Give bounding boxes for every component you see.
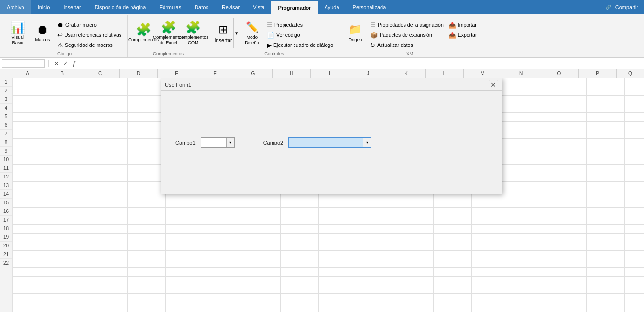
row-header-17[interactable]: 17 <box>0 216 12 224</box>
campo2-combobox[interactable]: ▾ <box>288 137 371 148</box>
insertar-split-button[interactable]: ⊞ Insertar ▾ <box>213 18 239 48</box>
tab-personalizada[interactable]: Personalizada <box>346 0 393 14</box>
modal-body: Campo1: ▾ Campo2: ▾ <box>161 91 502 194</box>
col-header-k[interactable]: K <box>387 69 426 78</box>
tab-programador[interactable]: Programador <box>271 0 317 14</box>
row-header-4[interactable]: 4 <box>0 104 12 112</box>
actualizar-datos-label: Actualizar datos <box>377 42 413 48</box>
name-box[interactable] <box>2 59 45 68</box>
col-header-e[interactable]: E <box>158 69 196 78</box>
col-header-h[interactable]: H <box>273 69 311 78</box>
col-header-i[interactable]: I <box>311 69 349 78</box>
macros-button[interactable]: ⏺ Macros <box>31 18 55 48</box>
xml-group-label: XML <box>406 51 416 56</box>
complementos-com-button[interactable]: 🧩 ComplementosCOM <box>181 18 205 48</box>
campo2-input[interactable] <box>289 138 363 147</box>
grabar-macro-button[interactable]: ⏺ Grabar macro <box>55 20 123 30</box>
row-header-20[interactable]: 20 <box>0 242 12 250</box>
importar-button[interactable]: 📥 Importar <box>447 20 479 30</box>
row-header-13[interactable]: 13 <box>0 181 12 190</box>
complementos-button[interactable]: 🧩 Complementos <box>131 18 155 48</box>
col-header-l[interactable]: L <box>426 69 464 78</box>
visual-basic-button[interactable]: 📊 VisualBasic <box>6 18 30 48</box>
row-header-10[interactable]: 10 <box>0 156 12 164</box>
tab-formulas[interactable]: Fórmulas <box>153 0 188 14</box>
row-header-7[interactable]: 7 <box>0 130 12 138</box>
tab-datos[interactable]: Datos <box>188 0 215 14</box>
actualizar-datos-icon: ↻ <box>370 42 375 49</box>
col-header-d[interactable]: D <box>120 69 158 78</box>
row-header-8[interactable]: 8 <box>0 138 12 147</box>
origen-button[interactable]: 📁 Origen <box>343 18 367 48</box>
campo1-combobox[interactable]: ▾ <box>201 137 235 148</box>
col-header-n[interactable]: N <box>502 69 540 78</box>
row-header-3[interactable]: 3 <box>0 95 12 104</box>
ejecutar-cuadro-button[interactable]: ▶ Ejecutar cuadro de diálogo <box>265 40 335 50</box>
campo2-arrow[interactable]: ▾ <box>363 138 371 147</box>
col-header-o[interactable]: O <box>540 69 579 78</box>
seguridad-macros-button[interactable]: ⚠ Seguridad de macros <box>55 40 123 50</box>
insert-function-icon[interactable]: ƒ <box>71 59 77 67</box>
row-header-11[interactable]: 11 <box>0 164 12 173</box>
row-header-12[interactable]: 12 <box>0 173 12 181</box>
campo1-arrow[interactable]: ▾ <box>226 138 234 147</box>
col-header-f[interactable]: F <box>196 69 234 78</box>
ver-codigo-icon: 📄 <box>267 32 274 39</box>
exportar-label: Exportar <box>458 32 477 38</box>
formula-input[interactable] <box>79 59 642 68</box>
row-header-1[interactable]: 1 <box>0 78 12 87</box>
tab-ayuda[interactable]: Ayuda <box>318 0 346 14</box>
usar-referencias-button[interactable]: ↩ Usar referencias relativas <box>55 30 123 40</box>
col-header-b[interactable]: B <box>43 69 81 78</box>
formula-divider: | <box>47 59 51 68</box>
row-header-14[interactable]: 14 <box>0 190 12 199</box>
campo1-input[interactable] <box>201 138 226 147</box>
ribbon-group-xml: 📁 Origen ☰ Propiedades de la asignación … <box>339 15 482 57</box>
tab-inicio[interactable]: Inicio <box>31 0 57 14</box>
propiedades-asignacion-button[interactable]: ☰ Propiedades de la asignación <box>368 20 446 30</box>
cancel-formula-icon[interactable]: ✕ <box>53 59 61 67</box>
ver-codigo-button[interactable]: 📄 Ver código <box>265 30 335 40</box>
row-header-18[interactable]: 18 <box>0 224 12 233</box>
tab-revisar[interactable]: Revisar <box>215 0 246 14</box>
col-header-g[interactable]: G <box>234 69 273 78</box>
macros-label: Macros <box>35 37 50 42</box>
paquetes-expansion-button[interactable]: 📦 Paquetes de expansión <box>368 30 446 40</box>
propiedades-asignacion-icon: ☰ <box>370 22 376 29</box>
modo-diseno-button[interactable]: ✏️ ModoDiseño <box>240 18 264 48</box>
col-header-q[interactable]: Q <box>617 69 644 78</box>
exportar-button[interactable]: 📤 Exportar <box>447 30 479 40</box>
row-headers: 1 2 3 4 5 6 7 8 9 10 11 12 13 14 15 16 1… <box>0 78 12 312</box>
row-header-6[interactable]: 6 <box>0 121 12 130</box>
ejecutar-cuadro-icon: ▶ <box>267 42 272 49</box>
tab-insertar[interactable]: Insertar <box>56 0 87 14</box>
modal-close-button[interactable]: ✕ <box>489 80 498 89</box>
row-header-16[interactable]: 16 <box>0 207 12 216</box>
col-header-c[interactable]: C <box>81 69 120 78</box>
col-header-m[interactable]: M <box>464 69 502 78</box>
row-header-21[interactable]: 21 <box>0 250 12 259</box>
tab-archivo[interactable]: Archivo <box>0 0 31 14</box>
row-header-22[interactable]: 22 <box>0 259 12 267</box>
insertar-main[interactable]: ⊞ Insertar <box>213 18 233 48</box>
share-button[interactable]: Compartir <box>615 4 638 10</box>
row-header-5[interactable]: 5 <box>0 112 12 121</box>
tab-vista[interactable]: Vista <box>246 0 271 14</box>
propiedades-button[interactable]: ☰ Propiedades <box>265 20 335 30</box>
row-header-9[interactable]: 9 <box>0 147 12 156</box>
col-header-j[interactable]: J <box>349 69 387 78</box>
ribbon-group-controles: ⊞ Insertar ▾ ✏️ ModoDiseño ☰ Propiedades… <box>209 15 339 57</box>
modal-overlay: UserForm1 ✕ Campo1: ▾ <box>12 78 644 312</box>
tab-disposicion[interactable]: Disposición de página <box>88 0 153 14</box>
row-header-19[interactable]: 19 <box>0 233 12 242</box>
col-header-a[interactable]: A <box>12 69 43 78</box>
col-header-p[interactable]: P <box>579 69 617 78</box>
row-header-2[interactable]: 2 <box>0 87 12 95</box>
insertar-arrow[interactable]: ▾ <box>233 18 239 48</box>
actualizar-datos-button[interactable]: ↻ Actualizar datos <box>368 40 446 50</box>
exportar-icon: 📤 <box>448 32 456 39</box>
complementos-excel-button[interactable]: 🧩 Complementosde Excel <box>156 18 180 48</box>
confirm-formula-icon[interactable]: ✓ <box>62 59 70 67</box>
corner-cell[interactable] <box>0 69 12 78</box>
row-header-15[interactable]: 15 <box>0 199 12 207</box>
